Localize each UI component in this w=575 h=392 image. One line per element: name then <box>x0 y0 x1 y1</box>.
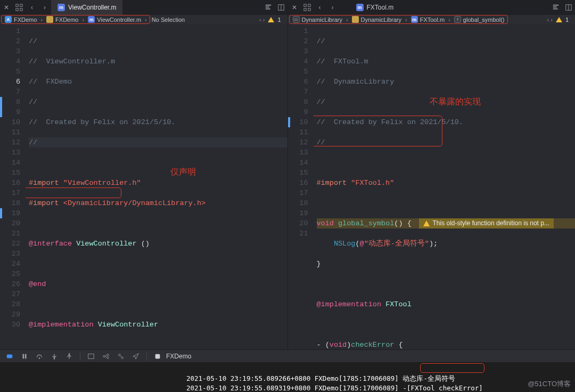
svg-point-23 <box>69 353 70 355</box>
scheme-name[interactable]: FXDemo <box>166 353 191 360</box>
nav-arrows[interactable]: ‹ › <box>547 17 555 23</box>
red-highlight-console <box>420 363 484 373</box>
breadcrumb-selection[interactable]: No Selection <box>150 17 186 23</box>
issue-count: 1 <box>274 17 284 23</box>
env-overrides-icon[interactable] <box>114 351 127 362</box>
debug-view-icon[interactable] <box>85 351 97 362</box>
toggle-debug-icon[interactable] <box>3 351 16 362</box>
tab-title: FXTool.m <box>367 4 394 11</box>
svg-rect-19 <box>23 354 24 358</box>
left-code[interactable]: // // ViewController.m // FXDemo // // C… <box>26 24 288 349</box>
minimap-icon[interactable] <box>262 0 275 15</box>
m-file-icon: m <box>58 4 65 11</box>
svg-rect-10 <box>308 4 310 6</box>
svg-rect-15 <box>553 9 558 10</box>
left-breadcrumb: AFXDemo FXDemo mViewController.m No Sele… <box>0 15 288 24</box>
svg-rect-2 <box>16 9 18 11</box>
nav-forward-icon[interactable]: › <box>38 0 51 15</box>
svg-rect-9 <box>303 4 306 6</box>
nav-back-icon[interactable]: ‹ <box>314 0 326 15</box>
svg-line-29 <box>105 356 107 358</box>
inline-warning-right[interactable]: This old-style function definition is no… <box>419 218 554 228</box>
svg-rect-5 <box>265 6 269 7</box>
svg-rect-12 <box>308 9 310 11</box>
svg-point-27 <box>107 356 109 358</box>
related-items-icon[interactable] <box>301 0 314 15</box>
watermark: @51CTO博客 <box>528 379 571 389</box>
right-tab[interactable]: m FXTool.m <box>350 0 400 15</box>
svg-rect-33 <box>155 354 160 358</box>
red-highlight-global-symbol <box>26 187 121 198</box>
svg-rect-3 <box>20 9 22 11</box>
warning-icon[interactable] <box>556 17 562 22</box>
svg-rect-1 <box>20 4 22 6</box>
close-tab-icon[interactable]: ✕ <box>288 0 301 15</box>
breadcrumb-symbol[interactable]: fglobal_symbol() <box>453 16 506 23</box>
breadcrumb-project[interactable]: AFXDemo <box>3 16 38 23</box>
step-over-icon[interactable] <box>33 351 46 362</box>
left-tabbar: ✕ ‹ › m ViewController.m <box>0 0 288 15</box>
svg-line-28 <box>105 355 107 356</box>
pause-icon[interactable] <box>18 351 31 362</box>
adjust-editor-icon[interactable] <box>562 0 575 15</box>
memory-graph-icon[interactable] <box>100 351 112 362</box>
breadcrumb-folder[interactable]: FXDemo <box>45 16 80 23</box>
breadcrumb-highlight-box: ▭DynamicLibrary DynamicLibrary mFXTool.m… <box>289 15 508 24</box>
svg-rect-18 <box>7 354 13 358</box>
console-output[interactable]: 2021-05-10 23:19:55.089266+0800 FXDemo[1… <box>0 362 575 392</box>
minimap-icon[interactable] <box>549 0 562 15</box>
breadcrumb-highlight-box: AFXDemo FXDemo mViewController.m <box>1 15 150 24</box>
svg-rect-14 <box>553 6 557 7</box>
issue-count: 1 <box>562 17 572 23</box>
close-tab-icon[interactable]: ✕ <box>0 0 13 15</box>
svg-rect-11 <box>303 9 306 11</box>
svg-line-32 <box>120 355 122 357</box>
m-file-icon: m <box>356 4 364 11</box>
breadcrumb-file[interactable]: mViewController.m <box>86 16 143 23</box>
right-gutter: 123456789101112131415161718192021 <box>290 24 314 349</box>
right-tabbar: ✕ ‹ › m FXTool.m <box>288 0 576 15</box>
red-annotation-right: 不暴露的实现 <box>430 96 481 107</box>
breadcrumb-file[interactable]: mFXTool.m <box>409 16 446 23</box>
svg-point-21 <box>39 357 40 359</box>
nav-forward-icon[interactable]: › <box>326 0 339 15</box>
svg-rect-24 <box>88 354 94 358</box>
right-editor[interactable]: 123456789101112131415161718192021 // // … <box>288 24 576 349</box>
svg-rect-13 <box>553 5 559 6</box>
right-editor-pane: ✕ ‹ › m FXTool.m ▭DynamicLibrary Dynamic… <box>288 0 576 349</box>
step-out-icon[interactable] <box>63 351 76 362</box>
related-items-icon[interactable] <box>13 0 26 15</box>
svg-point-25 <box>103 355 105 357</box>
debug-toolbar: FXDemo <box>0 349 575 362</box>
left-tab-active[interactable]: m ViewController.m <box>51 0 122 15</box>
svg-point-22 <box>54 358 55 360</box>
scheme-icon[interactable] <box>151 351 164 362</box>
svg-rect-6 <box>265 9 270 10</box>
breadcrumb-folder[interactable]: DynamicLibrary <box>350 16 403 23</box>
red-annotation-left: 仅声明 <box>170 167 196 177</box>
svg-point-26 <box>107 354 109 356</box>
nav-back-icon[interactable]: ‹ <box>26 0 38 15</box>
tab-title: ViewController.m <box>68 4 116 11</box>
svg-rect-4 <box>265 5 271 6</box>
location-icon[interactable] <box>129 351 142 362</box>
breadcrumb-project[interactable]: ▭DynamicLibrary <box>291 16 344 23</box>
left-editor[interactable]: 1234567891011121314151617181920212223242… <box>0 24 288 349</box>
nav-arrows[interactable]: ‹ › <box>259 17 268 23</box>
svg-rect-0 <box>16 4 18 6</box>
warning-icon[interactable] <box>268 17 274 22</box>
warning-icon <box>423 220 430 226</box>
step-into-icon[interactable] <box>48 351 61 362</box>
red-highlight-global-impl <box>314 116 442 146</box>
svg-rect-20 <box>25 354 27 358</box>
right-code[interactable]: // // FXTool.m // DynamicLibrary // // C… <box>314 24 576 349</box>
left-gutter: 1234567891011121314151617181920212223242… <box>2 24 26 349</box>
right-breadcrumb: ▭DynamicLibrary DynamicLibrary mFXTool.m… <box>288 15 576 24</box>
left-editor-pane: ✕ ‹ › m ViewController.m AFXDemo FXDemo … <box>0 0 288 349</box>
adjust-editor-icon[interactable] <box>275 0 288 15</box>
